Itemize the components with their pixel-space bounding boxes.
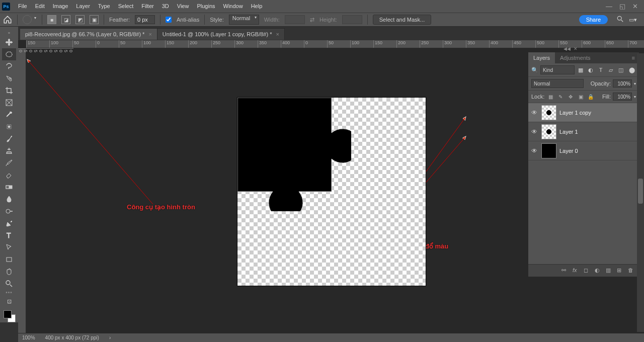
tab-layers[interactable]: Layers bbox=[528, 52, 555, 63]
filter-shape-icon[interactable]: ▱ bbox=[607, 66, 615, 74]
lock-pixels-icon[interactable]: ✎ bbox=[556, 93, 565, 100]
selection-add-button[interactable]: ◪ bbox=[61, 15, 70, 24]
close-icon[interactable]: × bbox=[276, 31, 279, 37]
share-button[interactable]: Share bbox=[579, 15, 608, 24]
menu-view[interactable]: View bbox=[173, 0, 193, 13]
lock-artboard-icon[interactable]: ▣ bbox=[577, 93, 585, 100]
chevron-right-icon[interactable]: › bbox=[109, 335, 111, 340]
layer-thumbnail[interactable] bbox=[541, 105, 556, 120]
edit-toolbar-icon[interactable]: ⊡ bbox=[2, 295, 16, 307]
opacity-input[interactable] bbox=[613, 79, 632, 88]
menu-image[interactable]: Image bbox=[49, 0, 72, 13]
move-tool[interactable] bbox=[2, 36, 16, 48]
home-button[interactable] bbox=[3, 15, 12, 24]
layer-thumbnail[interactable] bbox=[541, 143, 556, 158]
tool-preset-dropdown[interactable] bbox=[23, 15, 32, 24]
panel-collapse-icons[interactable]: ◀◀ ✕ bbox=[564, 46, 578, 51]
layer-name[interactable]: Layer 1 copy bbox=[559, 110, 591, 116]
feather-input[interactable] bbox=[135, 15, 155, 24]
blur-tool[interactable] bbox=[2, 193, 16, 205]
layer-group-icon[interactable]: ▥ bbox=[606, 267, 613, 274]
layer-filter-dropdown[interactable]: Kind bbox=[540, 65, 575, 74]
visibility-toggle[interactable]: 👁 bbox=[530, 128, 538, 136]
menu-type[interactable]: Type bbox=[94, 0, 114, 13]
zoom-tool[interactable] bbox=[2, 278, 16, 290]
quick-selection-tool[interactable] bbox=[2, 72, 16, 84]
vertical-scrollbar[interactable] bbox=[637, 53, 644, 332]
crop-tool[interactable] bbox=[2, 84, 16, 97]
link-layers-icon[interactable]: ⚯ bbox=[561, 267, 569, 274]
zoom-level[interactable]: 100% bbox=[22, 335, 35, 340]
elliptical-marquee-tool[interactable] bbox=[2, 48, 16, 60]
menu-help[interactable]: Help bbox=[247, 0, 267, 13]
tab-adjustments[interactable]: Adjustments bbox=[555, 52, 596, 63]
delete-layer-icon[interactable]: 🗑 bbox=[628, 267, 635, 274]
layer-row[interactable]: 👁 Layer 1 copy bbox=[528, 103, 639, 122]
tool-overflow-icon[interactable]: ••• bbox=[6, 290, 13, 295]
gradient-tool[interactable] bbox=[2, 181, 16, 193]
filter-type-icon[interactable]: T bbox=[597, 66, 605, 74]
filter-smart-icon[interactable]: ◫ bbox=[617, 66, 625, 74]
document-tab-active[interactable]: Untitled-1 @ 100% (Layer 1 copy, RGB/8#)… bbox=[157, 28, 285, 40]
style-dropdown[interactable]: Normal bbox=[229, 15, 259, 25]
chevron-down-icon[interactable]: ▾ bbox=[634, 95, 636, 99]
maximize-button[interactable]: ◱ bbox=[619, 3, 625, 10]
eyedropper-tool[interactable] bbox=[2, 109, 16, 121]
select-and-mask-button[interactable]: Select and Mask... bbox=[373, 15, 432, 25]
lock-transparency-icon[interactable]: ▦ bbox=[546, 93, 554, 100]
workspace-switcher-icon[interactable]: ▭▾ bbox=[629, 17, 637, 23]
lock-all-icon[interactable]: 🔒 bbox=[587, 93, 595, 100]
menu-3d[interactable]: 3D bbox=[158, 0, 173, 13]
visibility-toggle[interactable]: 👁 bbox=[530, 109, 538, 117]
dodge-tool[interactable] bbox=[2, 205, 16, 217]
rectangle-tool[interactable] bbox=[2, 253, 16, 266]
menu-window[interactable]: Window bbox=[219, 0, 247, 13]
document-tab[interactable]: pi8-Recovered.jpg @ 66.7% (Layer 0, RGB/… bbox=[20, 28, 157, 40]
document-info[interactable]: 400 px x 400 px (72 ppi) bbox=[45, 335, 99, 340]
close-icon[interactable]: × bbox=[148, 31, 151, 37]
history-brush-tool[interactable] bbox=[2, 157, 16, 169]
visibility-toggle[interactable]: 👁 bbox=[530, 147, 538, 155]
filter-toggle-icon[interactable]: ⬤ bbox=[628, 66, 636, 74]
menu-layer[interactable]: Layer bbox=[72, 0, 94, 13]
filter-adjust-icon[interactable]: ◐ bbox=[587, 66, 595, 74]
selection-subtract-button[interactable]: ◩ bbox=[75, 15, 85, 24]
search-icon[interactable] bbox=[617, 16, 624, 24]
selection-new-button[interactable]: ■ bbox=[47, 15, 56, 24]
close-button[interactable]: ✕ bbox=[632, 3, 638, 10]
layer-fx-icon[interactable]: fx bbox=[573, 267, 580, 274]
eraser-tool[interactable] bbox=[2, 169, 16, 181]
path-selection-tool[interactable] bbox=[2, 241, 16, 253]
layer-mask-icon[interactable]: ◻ bbox=[584, 267, 591, 274]
brush-tool[interactable] bbox=[2, 133, 16, 145]
new-layer-icon[interactable]: ⊞ bbox=[617, 267, 624, 274]
lock-position-icon[interactable]: ✥ bbox=[567, 93, 575, 100]
color-swatches[interactable] bbox=[3, 309, 16, 322]
menu-file[interactable]: File bbox=[14, 0, 31, 13]
type-tool[interactable]: T bbox=[2, 229, 16, 241]
menu-edit[interactable]: Edit bbox=[31, 0, 49, 13]
layer-thumbnail[interactable] bbox=[541, 124, 556, 139]
chevron-down-icon[interactable]: ▾ bbox=[634, 81, 636, 86]
minimize-button[interactable]: — bbox=[606, 3, 612, 10]
fill-input[interactable] bbox=[613, 93, 632, 101]
antialias-checkbox[interactable] bbox=[166, 17, 172, 23]
foreground-swatch[interactable] bbox=[4, 310, 12, 318]
layer-row[interactable]: 👁 Layer 0 bbox=[528, 141, 639, 160]
adjustment-layer-icon[interactable]: ◐ bbox=[595, 267, 602, 274]
pen-tool[interactable] bbox=[2, 217, 16, 229]
healing-brush-tool[interactable] bbox=[2, 121, 16, 133]
lasso-tool[interactable] bbox=[2, 60, 16, 72]
layer-row[interactable]: 👁 Layer 1 bbox=[528, 122, 639, 141]
hand-tool[interactable] bbox=[2, 266, 16, 278]
clone-stamp-tool[interactable] bbox=[2, 145, 16, 157]
canvas-document[interactable] bbox=[237, 98, 426, 286]
menu-select[interactable]: Select bbox=[114, 0, 138, 13]
selection-intersect-button[interactable]: ▣ bbox=[90, 15, 99, 24]
layer-name[interactable]: Layer 1 bbox=[559, 129, 578, 135]
blend-mode-dropdown[interactable]: Normal bbox=[531, 79, 584, 88]
menu-filter[interactable]: Filter bbox=[137, 0, 157, 13]
frame-tool[interactable] bbox=[2, 97, 16, 109]
expand-toolbar-icon[interactable]: » bbox=[7, 30, 11, 36]
filter-pixel-icon[interactable]: ▩ bbox=[577, 66, 585, 74]
